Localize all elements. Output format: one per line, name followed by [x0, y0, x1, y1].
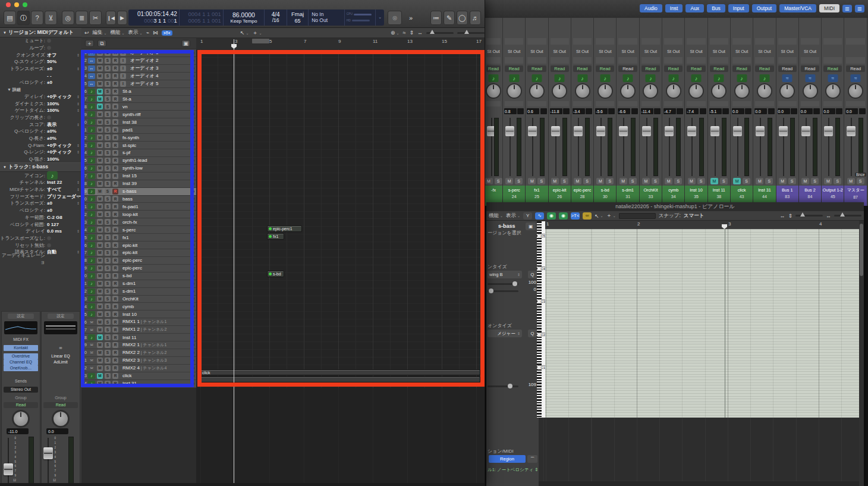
vertical-zoom-slider[interactable] — [795, 215, 823, 217]
region-param-value[interactable]: - - — [47, 73, 52, 79]
tool-search-input[interactable] — [619, 213, 656, 219]
mute-button[interactable]: M — [528, 178, 536, 184]
region-param-value[interactable]: 50% — [47, 59, 56, 64]
track-param-value[interactable]: ±0 — [47, 200, 52, 206]
sends-slot[interactable] — [573, 57, 592, 64]
region-param-value[interactable]: 表示 — [47, 121, 56, 128]
fader-thumb[interactable] — [574, 126, 583, 136]
output-slot[interactable]: St Out — [731, 49, 753, 54]
pan-knob[interactable] — [508, 84, 521, 98]
automation-mode-slot[interactable]: Read — [505, 65, 523, 72]
auto-track-zoom-icon[interactable]: ⇕ — [409, 30, 414, 36]
stepper-icon[interactable]: ⇕ — [77, 187, 80, 192]
mixer-filter-master-vca[interactable]: Master/VCA — [779, 4, 816, 12]
media-browser-icon[interactable]: ♬ — [470, 11, 481, 25]
mixer-strip[interactable]: St OutRead♪0.6MSfx125 — [526, 18, 548, 206]
mixer-filter-audio[interactable]: Audio — [640, 4, 662, 12]
q-range-slider[interactable] — [488, 290, 518, 292]
sends-slot[interactable] — [687, 57, 705, 64]
insert-slot[interactable] — [664, 38, 683, 45]
piano-keyboard[interactable]: C5C4C3C2C1 — [537, 221, 546, 418]
mixer-strip[interactable]: St OutRead≈0.0MSBus 284 — [799, 18, 822, 206]
snap-mode-icon[interactable]: >T< — [162, 30, 172, 36]
mute-button[interactable]: M — [642, 178, 650, 184]
mute-button[interactable]: M — [824, 178, 832, 184]
mixer-strip[interactable]: St OutRead≈0.0MSBus 183 — [776, 18, 799, 206]
stepper-icon[interactable]: ⇕ — [77, 150, 80, 154]
pan-knob[interactable] — [804, 84, 817, 98]
volume-value[interactable]: -7.4 — [686, 108, 699, 114]
track-inspector-header[interactable]: ▼トラック: s-bass — [0, 162, 81, 172]
fader-thumb[interactable] — [847, 126, 856, 136]
cycle-region[interactable] — [252, 39, 269, 43]
more-toolbar-icon[interactable]: » — [406, 11, 416, 25]
fader-thumb[interactable] — [801, 126, 810, 136]
mixer-filter-aux[interactable]: Aux — [685, 4, 704, 12]
mute-button[interactable]: M — [596, 178, 604, 184]
automation-mode-slot[interactable]: Read — [755, 65, 773, 72]
mute-button[interactable]: M — [710, 178, 718, 184]
track-param-value[interactable]: 自動 — [47, 249, 56, 255]
pan-knob[interactable] — [530, 84, 543, 98]
insert-slot[interactable] — [823, 38, 842, 45]
track-param-value[interactable]: ±0 — [47, 208, 52, 213]
track-param-checkbox[interactable] — [47, 243, 51, 247]
sends-slot[interactable] — [755, 57, 773, 64]
mute-button[interactable]: M — [574, 178, 581, 184]
bounce-button[interactable]: Bnce — [855, 173, 866, 177]
arrange-empty-area[interactable] — [196, 388, 485, 483]
output-slot[interactable]: St Out — [526, 49, 548, 54]
mute-button[interactable]: M — [688, 178, 696, 184]
volume-value[interactable]: -5.1 — [709, 108, 722, 114]
split-tool-icon[interactable]: Y — [523, 212, 532, 220]
automation-icon[interactable]: ∿ — [535, 212, 544, 220]
stepper-icon[interactable]: ⇕ — [77, 95, 80, 99]
sends-slot[interactable] — [801, 57, 819, 64]
region-param-value[interactable]: +0ティック — [47, 93, 72, 100]
editors-icon[interactable]: ✂ — [89, 11, 102, 25]
volume-value[interactable]: 0.0 — [778, 108, 790, 114]
fader-thumb[interactable] — [4, 463, 13, 475]
output-slot[interactable]: St Out — [640, 49, 662, 54]
fader-thumb[interactable] — [665, 126, 674, 136]
fader-thumb[interactable] — [551, 126, 560, 136]
plugin-slot[interactable]: Linear EQ — [43, 353, 78, 359]
track-param-value[interactable]: すべて — [47, 186, 62, 193]
volume-value[interactable]: 0.6 — [527, 108, 539, 114]
volume-value[interactable]: -6.6 — [618, 108, 630, 114]
play-icon[interactable]: ▶ — [117, 11, 127, 25]
fader-thumb[interactable] — [619, 126, 628, 136]
solo-button[interactable]: S — [652, 178, 659, 184]
volume-value[interactable]: -11.4 — [641, 108, 653, 114]
volume-value[interactable]: -11.0 — [7, 428, 29, 434]
output-slot[interactable]: St Out — [776, 49, 798, 54]
eq-thumbnail[interactable] — [44, 321, 77, 334]
pan-knob[interactable] — [576, 84, 589, 98]
arrange-ruler[interactable]: 1357911131517 — [196, 38, 485, 50]
track-param-value[interactable]: プリフェーダー — [47, 193, 81, 200]
solo-button[interactable]: S — [583, 178, 591, 184]
insert-slot[interactable] — [641, 38, 660, 45]
time-quantize-select[interactable]: wing B⇕ — [488, 271, 522, 278]
eq-thumbnail[interactable] — [4, 321, 37, 334]
group-slot[interactable]: Group — [43, 395, 78, 401]
solo-button[interactable]: S — [561, 178, 568, 184]
sends-slot[interactable] — [710, 57, 728, 64]
go-to-beginning-icon[interactable]: ❙◀ — [106, 11, 116, 25]
mixer-strip[interactable]: St OutRead♪MS-fx — [485, 18, 503, 206]
arrange-vzoom-slider[interactable] — [426, 32, 454, 34]
mixer-view-dual-icon[interactable]: ▥ — [855, 5, 864, 12]
region-param-checkbox[interactable] — [47, 46, 51, 50]
stepper-icon[interactable]: ⇕ — [77, 102, 80, 106]
mixer-strip[interactable]: Read≈0.0MSマスター87Bnce — [844, 18, 867, 206]
channel-setting-button[interactable]: 設定 — [48, 313, 74, 319]
sends-slot[interactable] — [641, 57, 660, 64]
sends-slot[interactable] — [732, 57, 751, 64]
pointer-tool[interactable]: ↖⌄ — [595, 213, 603, 219]
piano-roll-grid[interactable] — [545, 229, 859, 418]
region-param-value[interactable]: ±0 — [47, 66, 52, 71]
automation-mode-slot[interactable]: Read — [687, 65, 705, 72]
edit-menu[interactable]: 編集⌄ — [93, 29, 107, 36]
automation-param-slot[interactable] — [778, 101, 797, 106]
solo-button[interactable]: S — [720, 178, 728, 184]
